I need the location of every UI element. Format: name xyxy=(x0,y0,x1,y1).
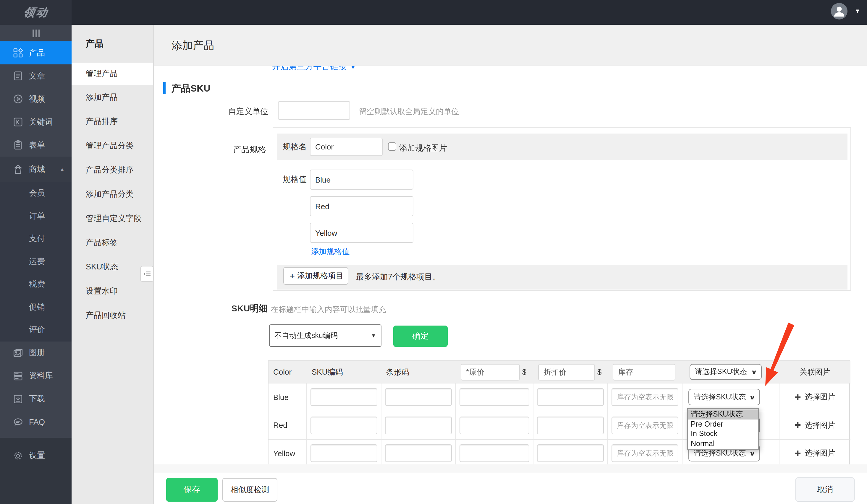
avatar[interactable] xyxy=(831,3,847,20)
price-input[interactable] xyxy=(460,444,529,462)
currency-label: $ xyxy=(522,368,526,376)
sidebar-subitem-orders[interactable]: 订单 xyxy=(0,205,72,228)
sidebar-item-keywords[interactable]: 关键词 xyxy=(0,110,72,133)
mall-group: 商城 ▲ 会员 订单 支付 运费 税费 促销 评价 xyxy=(0,156,72,341)
unit-input[interactable] xyxy=(278,101,350,120)
account-caret-icon[interactable]: ▼ xyxy=(855,8,860,14)
sidebar-subitem-reviews[interactable]: 评价 xyxy=(0,318,72,341)
price-input[interactable] xyxy=(460,416,529,434)
add-spec-value-link[interactable]: 添加规格值 xyxy=(311,246,350,257)
dropdown-option[interactable]: In Stock xyxy=(688,429,758,439)
menu-item-product-tags[interactable]: 产品标签 xyxy=(72,230,153,255)
row-label: Yellow xyxy=(268,439,307,467)
sidebar-item-downloads[interactable]: 下载 xyxy=(0,387,72,410)
sidebar-item-library[interactable]: 资料库 xyxy=(0,364,72,387)
plus-icon: ✚ xyxy=(794,421,801,429)
status-cell: 请选择SKU状态∨ xyxy=(683,383,780,410)
sidebar-item-articles[interactable]: 文章 xyxy=(0,64,72,87)
sidebar-subitem-tax[interactable]: 税费 xyxy=(0,273,72,296)
barcode-input[interactable] xyxy=(385,388,452,406)
price-input[interactable] xyxy=(460,388,529,406)
menu-item-manage-categories[interactable]: 管理产品分类 xyxy=(72,133,153,158)
library-icon xyxy=(13,371,23,381)
save-button[interactable]: 保存 xyxy=(166,478,218,502)
sidebar-subitem-payment[interactable]: 支付 xyxy=(0,228,72,250)
discount-input[interactable] xyxy=(537,388,604,406)
bulk-stock-input[interactable] xyxy=(613,364,675,380)
col-header-barcode: 条形码 xyxy=(382,361,456,383)
grid-icon xyxy=(13,48,23,58)
dropdown-option[interactable]: 请选择SKU状态 xyxy=(688,409,758,419)
stock-input[interactable] xyxy=(611,444,678,462)
sidebar-item-settings[interactable]: 设置 xyxy=(0,444,72,467)
sku-code-input[interactable] xyxy=(310,416,377,434)
menu-item-category-sort[interactable]: 产品分类排序 xyxy=(72,158,153,182)
sidebar-item-products[interactable]: 产品 xyxy=(0,41,72,64)
chevron-down-icon: ∨ xyxy=(749,394,755,400)
mall-icon xyxy=(13,164,23,174)
menu-item-manage-products[interactable]: 管理产品 xyxy=(72,63,153,85)
sidebar-subitem-members[interactable]: 会员 xyxy=(0,182,72,205)
sidebar-subitem-shipping[interactable]: 运费 xyxy=(0,250,72,273)
section-accent-bar xyxy=(163,82,165,94)
bulk-status-select[interactable]: 请选择SKU状态∨ xyxy=(689,364,762,380)
sidebar-item-label: 表单 xyxy=(29,140,45,150)
outdent-icon xyxy=(142,270,151,278)
content-bottom-strip xyxy=(154,464,867,473)
barcode-input[interactable] xyxy=(385,444,452,462)
sidebar-item-label: 资料库 xyxy=(29,371,53,381)
menu-item-add-category[interactable]: 添加产品分类 xyxy=(72,182,153,206)
col-header-sku: SKU编码 xyxy=(307,361,382,383)
sku-code-input[interactable] xyxy=(310,444,377,462)
add-spec-image-checkbox[interactable] xyxy=(388,142,396,151)
sidebar-item-label: 产品 xyxy=(29,47,45,58)
row-status-select[interactable]: 请选择SKU状态∨ xyxy=(688,389,760,405)
col-header-color: Color xyxy=(268,361,307,383)
add-spec-item-button[interactable]: ＋ 添加规格项目 xyxy=(283,267,348,285)
sidebar-item-videos[interactable]: 视频 xyxy=(0,87,72,110)
faq-icon xyxy=(13,417,23,427)
barcode-input[interactable] xyxy=(385,416,452,434)
menu-item-add-product[interactable]: 添加产品 xyxy=(72,85,153,109)
panel-collapse-button[interactable] xyxy=(140,266,154,282)
dropdown-option[interactable]: Pre Order xyxy=(688,419,758,429)
sku-table: Color SKU编码 条形码 $ $ 请选择SKU状态∨ 关联图片 Blue xyxy=(268,360,850,467)
menu-item-product-sort[interactable]: 产品排序 xyxy=(72,109,153,133)
confirm-button[interactable]: 确定 xyxy=(393,326,448,347)
discount-input[interactable] xyxy=(537,444,604,462)
spec-box: 规格名： 添加规格图片 规格值： 添加规格值 ＋ 添加规格项目 最多添加7个规格… xyxy=(272,127,851,291)
spec-value-input[interactable] xyxy=(310,196,414,216)
stock-input[interactable] xyxy=(611,416,678,434)
sidebar-subitem-promotion[interactable]: 促销 xyxy=(0,296,72,318)
dropdown-option[interactable]: Normal xyxy=(688,439,758,448)
settings-group: 设置 xyxy=(0,438,72,504)
spec-value-input[interactable] xyxy=(310,169,414,190)
sidebar-item-faq[interactable]: FAQ xyxy=(0,410,72,434)
sku-code-input[interactable] xyxy=(310,388,377,406)
add-spec-item-help: 最多添加7个规格项目。 xyxy=(356,272,440,283)
sidebar-collapse-toggle[interactable] xyxy=(0,25,72,41)
menu-item-custom-fields[interactable]: 管理自定义字段 xyxy=(72,206,153,230)
sidebar-item-albums[interactable]: 图册 xyxy=(0,341,72,364)
pick-image-button[interactable]: ✚选择图片 xyxy=(794,448,835,459)
bulk-discount-input[interactable] xyxy=(538,364,595,380)
pick-image-button[interactable]: ✚选择图片 xyxy=(794,420,835,430)
sidebar-item-mall[interactable]: 商城 ▲ xyxy=(0,156,72,182)
sku-generate-select[interactable]: 不自动生成sku编码 ▼ xyxy=(269,325,382,347)
spec-value-input[interactable] xyxy=(310,223,414,243)
spec-name-input[interactable] xyxy=(310,138,383,156)
stock-input[interactable] xyxy=(611,388,678,406)
menu-item-recycle-bin[interactable]: 产品回收站 xyxy=(72,303,153,327)
add-spec-image-label: 添加规格图片 xyxy=(399,143,447,154)
sidebar-item-forms[interactable]: 表单 xyxy=(0,133,72,156)
similarity-check-button[interactable]: 相似度检测 xyxy=(222,478,277,502)
pick-image-button[interactable]: ✚选择图片 xyxy=(794,392,835,402)
col-header-price: $ xyxy=(456,361,534,383)
cancel-button[interactable]: 取消 xyxy=(795,478,855,502)
unit-help: 留空则默认取全局定义的单位 xyxy=(359,106,459,117)
col-header-stock xyxy=(608,361,683,383)
bulk-price-input[interactable] xyxy=(461,364,520,380)
discount-input[interactable] xyxy=(537,416,604,434)
menu-item-watermark[interactable]: 设置水印 xyxy=(72,279,153,303)
sidebar-item-label: 图册 xyxy=(29,348,45,358)
